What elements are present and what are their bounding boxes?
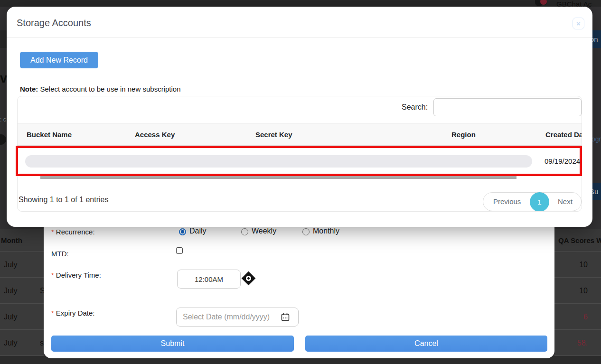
delivery-time-label: *Delivery Time: xyxy=(51,271,101,279)
column-header-access-key[interactable]: Access Key xyxy=(135,123,175,146)
background-topbar: GBChat Ac xyxy=(0,0,601,7)
table-row: 6 xyxy=(554,304,601,330)
recurrence-option-label[interactable]: Monthly xyxy=(313,227,339,235)
pagination: Previous 1 Next xyxy=(483,192,582,211)
qa-scores-column-header: QA Scores W xyxy=(554,229,601,252)
recurrence-radio-monthly[interactable] xyxy=(302,228,310,235)
qa-score-cell: 10 xyxy=(579,287,588,295)
row-highlight-annotation xyxy=(16,146,582,176)
background-qa-table: QA Scores W 10 10 6 58. xyxy=(554,229,601,356)
table-row: July xyxy=(0,304,44,330)
recurrence-radio-weekly[interactable] xyxy=(241,228,248,235)
showing-entries-text: Showing 1 to 1 of 1 entries xyxy=(19,196,108,204)
pagination-page-1-button[interactable]: 1 xyxy=(530,192,549,212)
mtd-label: MTD: xyxy=(51,250,69,258)
calendar-icon[interactable] xyxy=(281,313,290,321)
required-marker: * xyxy=(51,228,54,236)
screen: GBChat Ac ve : c on ogr Su Month July Ju… xyxy=(0,0,601,364)
divider xyxy=(7,37,592,37)
column-header-created-date[interactable]: Created Date xyxy=(545,123,582,146)
note-text: Note: Select account to be use in new su… xyxy=(20,85,181,93)
column-header-region[interactable]: Region xyxy=(451,123,476,146)
annotation-shadow xyxy=(40,176,516,179)
storage-accounts-modal: Storage Accounts × Add New Record Note: … xyxy=(7,7,592,227)
header-user-label: GBChat Ac xyxy=(556,0,592,7)
time-picker-crosshair-icon[interactable] xyxy=(242,271,256,286)
column-header-bucket-name[interactable]: Bucket Name xyxy=(27,123,72,146)
subscription-form-modal: *Recurrence: Daily Weekly Monthly MTD: *… xyxy=(44,204,554,358)
table-row: JulyS xyxy=(0,278,44,304)
qa-score-cell: 6 xyxy=(583,313,588,321)
expiry-date-label: *Expiry Date: xyxy=(51,309,95,317)
required-marker: * xyxy=(51,309,54,317)
qa-score-cell: 10 xyxy=(579,261,588,269)
month-column-header: Month xyxy=(0,229,44,252)
cancel-button[interactable]: Cancel xyxy=(305,336,547,352)
note-label: Note: xyxy=(20,85,38,93)
column-header-secret-key[interactable]: Secret Key xyxy=(255,123,292,146)
month-cell: July xyxy=(4,339,17,347)
recurrence-option-label[interactable]: Daily xyxy=(189,227,207,235)
expiry-date-input[interactable] xyxy=(176,308,299,327)
submit-button[interactable]: Submit xyxy=(51,336,294,352)
month-cell: July xyxy=(4,287,17,295)
background-avatar-fragment xyxy=(0,134,6,145)
month-cell: July xyxy=(4,261,17,269)
notification-badge xyxy=(540,0,547,5)
mtd-checkbox[interactable] xyxy=(176,247,183,254)
pagination-next-button[interactable]: Next xyxy=(558,193,573,211)
recurrence-radio-daily[interactable] xyxy=(179,228,186,235)
table-row: 58. xyxy=(554,330,601,356)
partial-cell: S xyxy=(40,278,44,304)
month-cell: July xyxy=(4,313,17,321)
qa-score-cell: 58. xyxy=(577,339,588,347)
background-small-fragment: : c xyxy=(0,116,6,123)
partial-cell: s xyxy=(40,330,44,356)
pagination-previous-button[interactable]: Previous xyxy=(493,193,521,211)
delivery-time-input[interactable] xyxy=(177,270,241,289)
recurrence-label: *Recurrence: xyxy=(51,228,95,236)
search-label: Search: xyxy=(402,103,428,112)
recurrence-option-label[interactable]: Weekly xyxy=(252,227,276,235)
modal-title: Storage Accounts xyxy=(17,18,91,28)
table-header-row: Bucket Name Access Key Secret Key Region… xyxy=(18,123,582,146)
table-row: July xyxy=(0,252,44,278)
background-month-table: Month July JulyS July Julys xyxy=(0,229,44,356)
table-row: Julys xyxy=(0,330,44,356)
required-marker: * xyxy=(51,271,54,279)
background-link-fragment: ogr xyxy=(592,135,601,143)
search-input[interactable] xyxy=(433,98,582,116)
table-row: 10 xyxy=(554,252,601,278)
add-new-record-button[interactable]: Add New Record xyxy=(20,52,98,68)
close-icon[interactable]: × xyxy=(573,18,584,29)
table-row: 10 xyxy=(554,278,601,304)
